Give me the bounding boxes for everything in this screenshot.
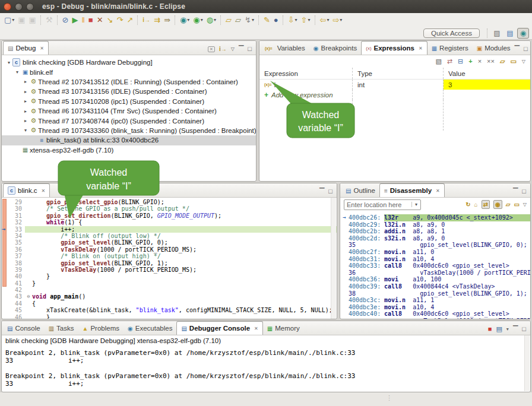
- column-type[interactable]: Type: [353, 68, 444, 79]
- debug-tree-row[interactable]: ▾⚙Thread #9 1073433360 (blink_task : Run…: [2, 126, 256, 135]
- minimize-icon[interactable]: ▔: [515, 46, 520, 52]
- disassembly-row[interactable]: 400dbc2b:addi.n a8, a8, 1: [340, 228, 530, 235]
- debug-tree-row[interactable]: ▦xtensa-esp32-elf-gdb (7.10): [2, 145, 256, 155]
- tab-disassembly[interactable]: ≡ Disassembly ✕: [379, 183, 445, 197]
- line-number[interactable]: 36: [2, 246, 25, 253]
- debug-tree-row[interactable]: ▸⚙Thread #2 1073413512 (IDLE : Running) …: [2, 77, 256, 87]
- view-menu-icon[interactable]: ▽: [522, 58, 525, 65]
- disassembly-row[interactable]: 400dbc2f:movi.n a11, 0: [340, 249, 530, 256]
- expand-icon[interactable]: ▸: [22, 109, 29, 114]
- tab-tasks[interactable]: ▥ Tasks: [45, 322, 78, 335]
- column-expression[interactable]: Expression: [259, 68, 353, 79]
- tab-executables[interactable]: ◉ Executables: [124, 322, 176, 335]
- debug-tree-row[interactable]: ▾▣blink.elf: [2, 67, 256, 77]
- disassembly-row[interactable]: 400dbc31:movi.n a10, 4: [340, 256, 530, 263]
- open-project-button[interactable]: ▱: [234, 14, 242, 26]
- add-expression-row[interactable]: +Add new expression: [259, 90, 530, 100]
- maximize-icon[interactable]: □: [522, 188, 526, 195]
- resume-button[interactable]: ▶: [71, 14, 79, 26]
- console-scrollbar[interactable]: [524, 335, 530, 391]
- line-number[interactable]: 40: [2, 273, 25, 280]
- maximize-icon[interactable]: □: [522, 326, 526, 332]
- tab-blink-c[interactable]: c blink.c ✕: [3, 183, 50, 197]
- line-number[interactable]: 30: [2, 205, 25, 212]
- line-number[interactable]: 46: [2, 314, 25, 319]
- line-number[interactable]: 38: [2, 260, 25, 267]
- disassembly-row[interactable]: 36 vTaskDelay(1000 / portTICK_PERI: [340, 269, 530, 277]
- code-line[interactable]: 42: [2, 287, 337, 293]
- tab-expressions[interactable]: (x) Expressions ✕: [361, 41, 427, 55]
- console-dropdown-icon[interactable]: ▾: [506, 326, 509, 332]
- code-line[interactable]: →33 i++;: [2, 226, 337, 233]
- debug-tree-row[interactable]: ▸⚙Thread #7 1073408744 (ipc0) (Suspended…: [2, 116, 256, 125]
- code-line[interactable]: 32 while(1) {: [2, 219, 337, 226]
- tab-debug[interactable]: ▤ Debug ✕: [3, 41, 49, 55]
- maximize-icon[interactable]: □: [524, 46, 528, 52]
- show-type-names-icon[interactable]: ▧: [435, 58, 441, 65]
- sync-selection-icon[interactable]: ⇄: [482, 200, 490, 209]
- code-line[interactable]: 43⊖void app_main(): [2, 293, 337, 300]
- view-menu-icon[interactable]: ▽: [523, 201, 527, 208]
- open-perspective-icon[interactable]: ▨: [491, 28, 503, 39]
- run-button[interactable]: ◉▾: [192, 14, 204, 26]
- profile-button[interactable]: ◍▾: [205, 14, 217, 26]
- instruction-stepping-button[interactable]: i→: [141, 14, 151, 26]
- tab-problems[interactable]: ▲ Problems: [78, 322, 124, 335]
- terminate-icon[interactable]: ■: [488, 326, 492, 332]
- disassembly-row[interactable]: 35 gpio_set_level(BLINK_GPIO, 0);: [340, 242, 530, 249]
- close-icon[interactable]: ✕: [42, 188, 46, 194]
- collapse-icon[interactable]: ▾: [14, 69, 21, 75]
- disassembly-row[interactable]: 38 gpio_set_level(BLINK_GPIO, 1);: [340, 290, 530, 297]
- tab-variables[interactable]: (x)= Variables: [261, 42, 309, 55]
- code-line[interactable]: 37 /* Blink on (output high) */: [2, 253, 337, 259]
- suspend-button[interactable]: ‖: [80, 14, 86, 26]
- search-button[interactable]: ●: [273, 14, 280, 26]
- location-input[interactable]: Enter location here: [344, 201, 411, 208]
- line-number[interactable]: 29: [2, 199, 25, 205]
- step-over-button[interactable]: ↷: [116, 14, 125, 26]
- console-output[interactable]: Breakpoint 2, blink_task (pvParameter=0x…: [2, 345, 530, 388]
- remove-all-expressions-icon[interactable]: ××: [487, 58, 495, 65]
- disassembly-row[interactable]: 400dbc40:call8 0x400dc6c0 <gpio_set_leve…: [340, 310, 530, 318]
- maximize-icon[interactable]: □: [328, 188, 332, 195]
- tab-breakpoints[interactable]: ◉ Breakpoints: [309, 42, 361, 55]
- save-button[interactable]: ▣: [17, 14, 26, 26]
- disassembly-row[interactable]: 400dbc33:call8 0x400dc6c0 <gpio_set_leve…: [340, 262, 530, 269]
- location-combo[interactable]: Enter location here ▾: [344, 199, 421, 210]
- view-menu-icon[interactable]: ▽: [231, 46, 235, 52]
- code-line[interactable]: 29 gpio_pad_select_gpio(BLINK_GPIO);: [2, 199, 337, 205]
- minimize-window-button[interactable]: [15, 3, 23, 11]
- maximize-icon[interactable]: □: [248, 46, 252, 52]
- column-value[interactable]: Value: [444, 68, 530, 79]
- debug-tree-row[interactable]: ▸⚙Thread #6 1073431104 (Tmr Svc) (Suspen…: [2, 106, 256, 116]
- code-line[interactable]: 34 /* Blink off (output low) */: [2, 233, 337, 239]
- disassembly-row[interactable]: 400dbc39:call8 0x400844c4 <vTaskDelay>: [340, 283, 530, 290]
- skip-all-breakpoints-button[interactable]: ⊘: [61, 14, 70, 26]
- forward-button[interactable]: ⇨▾: [331, 14, 343, 26]
- line-number[interactable]: 42: [2, 287, 25, 293]
- code-line[interactable]: 40 }: [2, 273, 337, 280]
- code-line[interactable]: 39 vTaskDelay(1000 / portTICK_PERIOD_MS)…: [2, 267, 337, 273]
- show-full-paths-button[interactable]: ⇛: [163, 14, 172, 26]
- expression-row[interactable]: (x)=i int 3: [259, 80, 530, 90]
- line-number[interactable]: 39: [2, 267, 25, 273]
- remove-expression-icon[interactable]: ×: [478, 58, 482, 65]
- close-icon[interactable]: ✕: [254, 326, 258, 331]
- combo-dropdown-icon[interactable]: ▾: [411, 202, 420, 207]
- line-number[interactable]: 31: [2, 212, 25, 219]
- editor-content[interactable]: 29 gpio_pad_select_gpio(BLINK_GPIO);30 /…: [2, 198, 337, 319]
- collapse-icon[interactable]: ▾: [5, 60, 12, 65]
- save-all-button[interactable]: ▣: [28, 14, 37, 26]
- code-line[interactable]: 41}: [2, 280, 337, 287]
- disassembly-row[interactable]: 400dbc3c:movi.n a11, 1: [340, 297, 530, 304]
- debug-tree-row[interactable]: ≡blink_task() at blink.c:33 0x400dbc26: [2, 135, 256, 145]
- new-project-button[interactable]: ▱: [224, 14, 233, 26]
- disassembly-row[interactable]: →400dbc26:l32r a9, 0x400d045c <_stext+10…: [340, 214, 530, 221]
- pin-view-icon[interactable]: ▭: [510, 58, 516, 65]
- code-line[interactable]: 44{: [2, 300, 337, 307]
- new-view-icon[interactable]: ▱: [500, 58, 505, 65]
- line-number[interactable]: 35: [2, 239, 25, 246]
- remove-all-terminated-icon[interactable]: ✕: [208, 46, 215, 52]
- tab-memory[interactable]: ▦ Memory: [263, 322, 304, 335]
- instruction-stepping-mode-icon[interactable]: i→: [219, 46, 227, 52]
